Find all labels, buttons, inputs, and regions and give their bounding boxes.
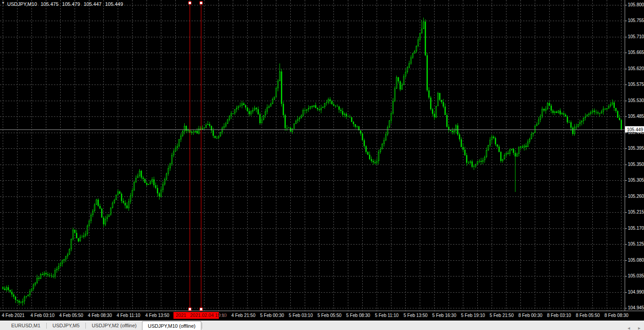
price-axis-label: 105.665: [628, 49, 644, 56]
price-axis-tick: [625, 85, 627, 85]
price-axis-tick: [625, 180, 627, 181]
time-axis[interactable]: 8 Feb 08:308 Feb 05:508 Feb 03:108 Feb 0…: [0, 311, 644, 321]
tab-eurusd-m1[interactable]: EURUSD,M1: [6, 321, 46, 330]
price-axis-label: 105.260: [628, 193, 644, 200]
tabs-scroll-right-icon[interactable]: ►: [637, 326, 641, 330]
selection-time-label: 2021 2021.02.04 19:00: [173, 312, 219, 319]
chart-plot-area[interactable]: ▼ USDJPY,M10 105.475 105.479 105.447 105…: [0, 0, 625, 311]
current-price-tag: 105.449: [625, 126, 644, 133]
price-axis-label: 104.945: [628, 305, 644, 311]
time-axis-label: 5 Feb 21:50: [490, 313, 514, 318]
price-axis-tick: [625, 308, 627, 308]
price-axis-tick: [625, 5, 627, 5]
time-axis-label: 4 Feb 05:50: [59, 313, 83, 318]
price-axis-label: 105.350: [628, 161, 644, 168]
time-axis-label: 4 Feb 21:50: [231, 313, 255, 318]
price-axis-tick: [625, 148, 627, 149]
price-axis-tick: [625, 69, 627, 69]
bar-low-value: 105.447: [84, 1, 102, 7]
price-axis-tick: [625, 292, 627, 293]
price-axis-label: 104.990: [628, 289, 644, 295]
chart-symbol-period: USDJPY,M10: [7, 1, 37, 7]
time-axis-label: 4 Feb 08:30: [88, 313, 112, 318]
time-axis-label: 4 Feb 2021: [2, 313, 25, 318]
grid-lines: [0, 0, 625, 311]
price-axis-label: 105.620: [628, 66, 644, 72]
price-axis-label: 105.575: [628, 81, 644, 88]
chart-canvas[interactable]: [0, 0, 625, 311]
time-axis-label: 8 Feb 05:50: [576, 313, 600, 318]
price-axis-tick: [625, 228, 627, 229]
time-axis-label: 5 Feb 19:10: [461, 313, 485, 318]
time-axis-label: 5 Feb 16:30: [432, 313, 456, 318]
time-axis-label: 4 Feb 03:10: [31, 313, 54, 318]
price-axis-label: 105.530: [628, 98, 644, 104]
time-axis-label: 5 Feb 11:10: [375, 313, 399, 318]
tab-usdjpy-m2-offline[interactable]: USDJPY,M2 (offline): [86, 321, 142, 330]
price-axis-tick: [625, 37, 627, 37]
price-axis-label: 105.755: [628, 18, 644, 24]
time-axis-label: 8 Feb 08:30: [604, 313, 628, 318]
price-axis-label: 105.035: [628, 273, 644, 279]
price-axis-tick: [625, 212, 627, 213]
time-axis-label: 8 Feb 00:30: [518, 313, 542, 318]
time-axis-label: 8 Feb 03:10: [547, 313, 571, 318]
tab-separator: [85, 323, 86, 329]
bar-close-value: 105.449: [105, 1, 123, 7]
price-axis-label: 105.125: [628, 241, 644, 247]
price-axis-tick: [625, 53, 627, 53]
bar-open-value: 105.475: [41, 1, 59, 7]
mt4-chart-window: ▼ USDJPY,M10 105.475 105.479 105.447 105…: [0, 0, 644, 330]
tab-usdjpy-m5[interactable]: USDJPY,M5: [47, 321, 85, 330]
selection-time-label-left: 2021: [176, 312, 186, 318]
price-axis-label: 105.170: [628, 225, 644, 232]
time-axis-label: 4 Feb 11:10: [116, 313, 140, 318]
vertical-line-selection[interactable]: [188, 1, 202, 311]
price-axis[interactable]: 105.800105.755105.710105.665105.620105.5…: [625, 0, 644, 311]
price-axis-label: 105.395: [628, 145, 644, 152]
price-axis-tick: [625, 165, 627, 165]
quick-trade-arrow-icon[interactable]: ▼: [1, 1, 5, 5]
price-axis-label: 105.710: [628, 34, 644, 40]
price-axis-label: 105.800: [628, 2, 644, 8]
bid-price-line: [0, 129, 625, 130]
price-axis-tick: [625, 196, 627, 197]
tab-separator: [46, 323, 47, 329]
time-axis-label: 5 Feb 00:30: [260, 313, 284, 318]
selection-time-label-right: 2021.02.04 19:00: [190, 312, 227, 318]
price-axis-label: 105.080: [628, 257, 644, 263]
tab-scroll-controls: ◄ ►: [622, 323, 641, 330]
tabs-scroll-left-icon[interactable]: ◄: [627, 326, 631, 330]
price-axis-tick: [625, 101, 627, 101]
price-axis-tick: [625, 116, 627, 117]
time-axis-label: 5 Feb 05:50: [317, 313, 341, 318]
price-axis-label: 105.305: [628, 177, 644, 183]
price-axis-tick: [625, 21, 627, 21]
price-axis-tick: [625, 244, 627, 245]
time-axis-label: 5 Feb 03:10: [289, 313, 313, 318]
price-axis-tick: [625, 260, 627, 261]
chart-tab-bar: EURUSD,M1 USDJPY,M5 USDJPY,M2 (offline) …: [0, 321, 644, 330]
tab-separator: [202, 323, 202, 329]
price-axis-tick: [625, 276, 627, 276]
time-axis-label: 5 Feb 13:50: [404, 313, 427, 318]
price-axis-label: 105.485: [628, 113, 644, 120]
tab-usdjpy-m10-offline[interactable]: USDJPY,M10 (offline): [142, 321, 201, 330]
time-axis-label: 5 Feb 08:30: [346, 313, 370, 318]
price-axis-label: 105.215: [628, 209, 644, 215]
time-axis-label: 4 Feb 13:50: [145, 313, 169, 318]
bar-high-value: 105.479: [62, 1, 80, 7]
chart-title: USDJPY,M10 105.475 105.479 105.447 105.4…: [7, 1, 125, 7]
candlesticks: [2, 18, 622, 306]
